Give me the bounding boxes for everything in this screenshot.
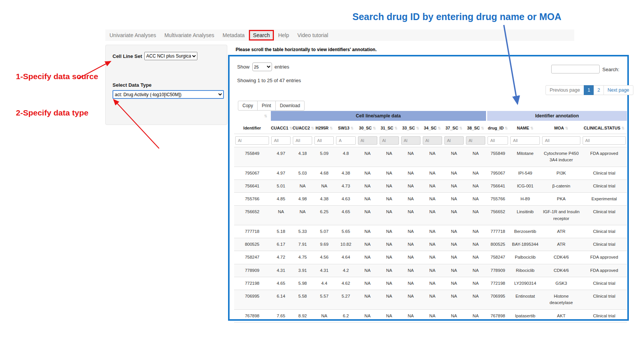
sort-icon[interactable]: ⇅: [438, 126, 441, 130]
column-header-38-sc[interactable]: 38_SC⇅: [465, 122, 486, 134]
sort-icon[interactable]: ⇅: [530, 126, 533, 130]
sort-icon[interactable]: ⇅: [394, 126, 397, 130]
column-header-sw13[interactable]: SW13⇅: [335, 122, 356, 134]
table-row[interactable]: 7950674.975.034.684.38NANANANANANA795067…: [234, 167, 627, 179]
table-cell: 5.18: [270, 225, 292, 238]
nav-item-search[interactable]: Search: [249, 30, 274, 41]
page-length-select[interactable]: 25: [252, 62, 272, 71]
sort-icon[interactable]: ⇅: [481, 126, 484, 130]
column-header-cuacc1[interactable]: CUACC1⇅: [270, 122, 292, 134]
table-cell: NA: [465, 238, 486, 251]
column-header-h295r[interactable]: H295R⇅: [313, 122, 335, 134]
table-row[interactable]: 7557664.854.984.384.63NANANANANANA755766…: [234, 193, 627, 206]
sort-icon[interactable]: ⇅: [505, 126, 508, 130]
filter-name-input[interactable]: [510, 136, 540, 145]
filter-33-sc-input: [401, 136, 420, 145]
sort-icon[interactable]: ⇅: [311, 126, 314, 130]
table-cell: NA: [465, 225, 486, 238]
column-header-moa[interactable]: MOA⇅: [541, 122, 581, 134]
column-header-31-sc[interactable]: 31_SC⇅: [378, 122, 400, 134]
sort-icon[interactable]: ⇅: [622, 126, 625, 130]
table-row[interactable]: 7558494.974.185.094.8NANANANANANA755849M…: [234, 147, 627, 167]
sort-icon[interactable]: ⇅: [460, 126, 463, 130]
search-input[interactable]: [551, 65, 600, 73]
sort-icon[interactable]: ⇅: [565, 126, 568, 130]
print-button[interactable]: Print: [257, 101, 276, 111]
nav-item-multivariate-analyses[interactable]: Multivariate Analyses: [160, 30, 219, 41]
table-cell: NA: [465, 251, 486, 264]
table-cell: NA: [292, 179, 313, 192]
table-cell: NA: [422, 147, 443, 167]
data-type-select[interactable]: act: Drug Activity (-log10[IC50M]): [113, 90, 224, 99]
table-cell: NA: [357, 290, 378, 310]
table-row[interactable]: 7721984.655.984.44.62NANANANANANA772198L…: [234, 277, 627, 290]
sort-icon[interactable]: ⇅: [264, 114, 267, 118]
table-cell: NA: [378, 167, 400, 179]
table-cell: NA: [378, 238, 400, 251]
pagination-page-2[interactable]: 2: [594, 85, 604, 95]
nav-item-video-tutorial[interactable]: Video tutorial: [293, 30, 332, 41]
sort-icon[interactable]: ⇅: [373, 126, 376, 130]
column-header-name[interactable]: NAME⇅: [509, 122, 541, 134]
table-cell: 4.97: [270, 167, 292, 179]
filter-drug-id-input[interactable]: [488, 136, 508, 145]
table-row[interactable]: 7678987.658.92NA6.2NANANANANANA767898Ipa…: [234, 309, 627, 322]
sort-icon[interactable]: ⇅: [330, 126, 333, 130]
column-header-cuacc2[interactable]: CUACC2⇅: [292, 122, 313, 134]
table-cell: BAY-1895344: [509, 238, 541, 251]
table-cell: NA: [400, 167, 422, 179]
table-cell: NA: [378, 290, 400, 310]
table-cell: Cytochrome P450 3A4 inducer: [541, 147, 581, 167]
column-header-37-sc[interactable]: 37_SC⇅: [443, 122, 465, 134]
table-cell: NA: [400, 193, 422, 206]
nav-item-metadata[interactable]: Metadata: [218, 30, 249, 41]
filter-h295r-input[interactable]: [314, 136, 334, 145]
copy-button[interactable]: Copy: [238, 101, 258, 111]
column-header-34-sc[interactable]: 34_SC⇅: [422, 122, 443, 134]
table-row[interactable]: 7777185.185.335.075.65NANANANANANA777718…: [234, 225, 627, 238]
filter-sw13-input[interactable]: [336, 136, 355, 145]
table-cell: NA: [422, 264, 443, 277]
table-row[interactable]: 8005256.177.919.6910.82NANANANANANA80052…: [234, 238, 627, 251]
filter-moa-input[interactable]: [542, 136, 580, 145]
table-cell: 4.63: [335, 193, 356, 206]
table-row[interactable]: 756652NANA6.254.65NANANANANANA756652Lins…: [234, 206, 627, 225]
column-header-drug-id[interactable]: drug_ID⇅: [486, 122, 509, 134]
table-cell: 4.97: [270, 147, 292, 167]
table-cell: 3.91: [292, 264, 313, 277]
column-header-33-sc[interactable]: 33_SC⇅: [400, 122, 422, 134]
column-header-identifier[interactable]: Identifier: [234, 122, 270, 134]
table-cell: NA: [357, 251, 378, 264]
column-header-30-sc[interactable]: 30_SC⇅: [357, 122, 378, 134]
table-cell: FDA approved: [581, 147, 627, 167]
group-header-identifier-annotation: Identifier annotation: [486, 111, 627, 122]
table-cell: 5.27: [335, 290, 356, 310]
table-cell: NA: [400, 264, 422, 277]
filter-cuacc2-input[interactable]: [293, 136, 312, 145]
table-row[interactable]: 7789094.313.914.314.2NANANANANANA778909R…: [234, 264, 627, 277]
table-cell: NA: [443, 167, 465, 179]
pagination-page-1[interactable]: 1: [584, 85, 594, 95]
column-header-clinical-status[interactable]: CLINICAL.STATUS⇅: [581, 122, 627, 134]
cell-line-set-select[interactable]: ACC NCI plus Surgical: [144, 52, 197, 60]
pagination-prev-button[interactable]: Previous page: [546, 85, 584, 95]
table-cell: 756641: [234, 179, 270, 192]
table-row[interactable]: 7582474.724.754.564.64NANANANANANA758247…: [234, 251, 627, 264]
table-cell: NA: [378, 179, 400, 192]
sort-icon[interactable]: ⇅: [416, 126, 419, 130]
table-row[interactable]: 7566415.01NANA4.73NANANANANANA756641ICG-…: [234, 179, 627, 192]
sort-icon[interactable]: ⇅: [350, 126, 353, 130]
download-button[interactable]: Download: [275, 101, 305, 111]
column-header-label: SW13: [338, 126, 349, 130]
filter-clinical-status-input[interactable]: [583, 136, 626, 145]
column-header-label: drug_ID: [488, 126, 504, 130]
filter-identifier-input[interactable]: [235, 136, 269, 145]
table-row[interactable]: 7069956.145.585.575.27NANANANANANA706995…: [234, 290, 627, 310]
table-cell: 5.09: [313, 147, 335, 167]
pagination-next-button[interactable]: Next page: [603, 85, 633, 95]
nav-item-help[interactable]: Help: [274, 30, 293, 41]
sort-icon[interactable]: ⇅: [289, 126, 292, 130]
filter-cuacc1-input[interactable]: [271, 136, 291, 145]
nav-item-univariate-analyses[interactable]: Univariate Analyses: [105, 30, 160, 41]
table-cell: NA: [400, 238, 422, 251]
